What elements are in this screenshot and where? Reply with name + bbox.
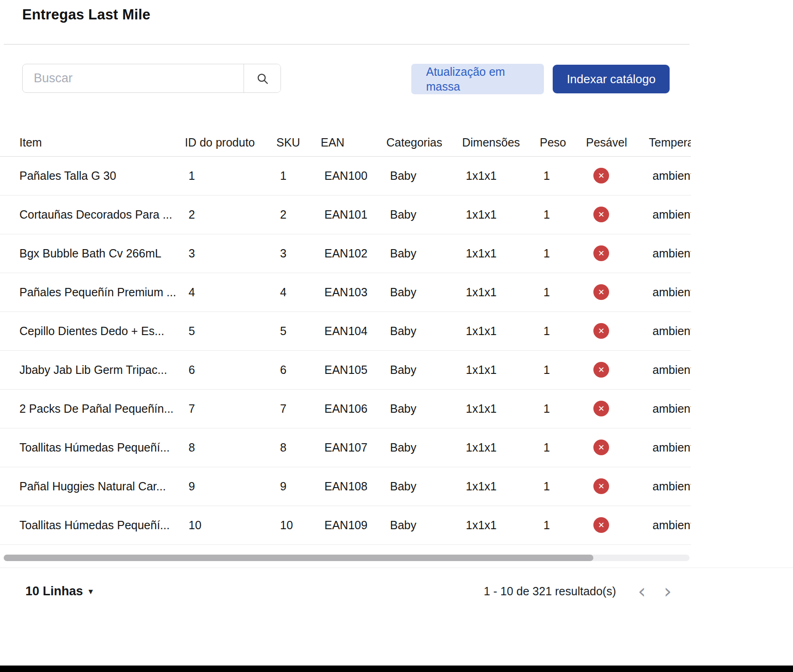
table-row[interactable]: Cepillo Dientes Dedo + Es... 5 5 EAN104 …: [0, 312, 691, 350]
cell-weight: 1: [543, 519, 550, 531]
cell-sku: 10: [280, 519, 293, 531]
column-header: SKU: [276, 129, 321, 156]
horizontal-scrollbar[interactable]: [4, 555, 689, 561]
cell-item: Pañales Pequeñín Premium ...: [19, 286, 176, 299]
previous-page-button[interactable]: ‹: [631, 580, 653, 603]
cell-categories: Baby: [390, 286, 416, 299]
cell-weight: 1: [543, 286, 550, 299]
search-button[interactable]: [244, 64, 281, 92]
not-weighable-icon: ✕: [593, 478, 609, 494]
table-row[interactable]: Toallitas Húmedas Pequeñí... 8 8 EAN107 …: [0, 428, 691, 467]
column-header: Item: [0, 129, 185, 156]
not-weighable-icon: ✕: [593, 440, 609, 455]
cell-sku: 3: [280, 247, 287, 260]
search-group: [22, 64, 281, 93]
cell-item: 2 Packs De Pañal Pequeñín...: [19, 402, 174, 415]
next-page-button[interactable]: ›: [657, 580, 679, 603]
table-row[interactable]: Pañal Huggies Natural Car... 9 9 EAN108 …: [0, 467, 691, 506]
cell-dimensions: 1x1x1: [466, 208, 497, 221]
cell-weight: 1: [543, 441, 550, 454]
cell-weight: 1: [543, 208, 550, 221]
index-catalog-button[interactable]: Indexar catálogo: [553, 65, 670, 93]
not-weighable-icon: ✕: [593, 323, 609, 339]
scrollbar-thumb[interactable]: [4, 555, 593, 561]
cell-temperature: ambiente: [653, 519, 691, 531]
cell-dimensions: 1x1x1: [466, 519, 497, 531]
cell-item: Cepillo Dientes Dedo + Es...: [19, 324, 164, 337]
cell-categories: Baby: [390, 402, 416, 415]
page-title: Entregas Last Mile: [0, 0, 793, 23]
cell-categories: Baby: [390, 519, 416, 531]
cell-categories: Baby: [390, 324, 416, 337]
toolbar-actions: Atualização em massa Indexar catálogo: [411, 64, 670, 94]
table-row[interactable]: Toallitas Húmedas Pequeñí... 10 10 EAN10…: [0, 506, 691, 544]
cell-dimensions: 1x1x1: [466, 247, 497, 260]
not-weighable-icon: ✕: [593, 401, 609, 416]
cell-temperature: ambiente: [653, 247, 691, 260]
table-row[interactable]: Jbaby Jab Lib Germ Tripac... 6 6 EAN105 …: [0, 350, 691, 389]
cell-product-id: 10: [189, 519, 201, 531]
cell-ean: EAN100: [324, 169, 367, 182]
cell-temperature: ambiente: [653, 402, 691, 415]
cell-sku: 6: [280, 363, 287, 376]
rows-per-page-select[interactable]: 10 Linhas ▾: [25, 584, 93, 599]
cell-ean: EAN101: [324, 208, 367, 221]
header-divider: [4, 44, 689, 45]
cell-sku: 7: [280, 402, 287, 415]
cell-temperature: ambiente: [653, 208, 691, 221]
cell-temperature: ambiente: [653, 286, 691, 299]
table-viewport[interactable]: ItemID do produtoSKUEANCategoriasDimensõ…: [0, 129, 691, 545]
column-header: ID do produto: [185, 129, 276, 156]
pagination: 1 - 10 de 321 resultado(s) ‹ ›: [484, 580, 679, 603]
cell-temperature: ambiente: [653, 441, 691, 454]
cell-product-id: 8: [189, 441, 195, 454]
cell-temperature: ambiente: [653, 324, 691, 337]
cell-item: Toallitas Húmedas Pequeñí...: [19, 519, 170, 531]
cell-ean: EAN106: [324, 402, 367, 415]
cell-dimensions: 1x1x1: [466, 324, 497, 337]
table-row[interactable]: Bgx Bubble Bath Cv 266mL 3 3 EAN102 Baby…: [0, 234, 691, 273]
cell-sku: 2: [280, 208, 287, 221]
toolbar: Atualização em massa Indexar catálogo: [0, 64, 691, 94]
search-input[interactable]: [23, 64, 244, 92]
cell-product-id: 9: [189, 480, 195, 493]
not-weighable-icon: ✕: [593, 168, 609, 183]
cell-dimensions: 1x1x1: [466, 169, 497, 182]
cell-item: Bgx Bubble Bath Cv 266mL: [19, 247, 161, 260]
column-header: Pesável: [586, 129, 649, 156]
cell-dimensions: 1x1x1: [466, 480, 497, 493]
bulk-update-button[interactable]: Atualização em massa: [411, 64, 544, 94]
cell-weight: 1: [543, 324, 550, 337]
cell-dimensions: 1x1x1: [466, 363, 497, 376]
cell-ean: EAN103: [324, 286, 367, 299]
rows-per-page-label: 10 Linhas: [25, 584, 83, 599]
cell-sku: 9: [280, 480, 287, 493]
column-header: Peso: [540, 129, 586, 156]
not-weighable-icon: ✕: [593, 517, 609, 533]
cell-weight: 1: [543, 169, 550, 182]
not-weighable-icon: ✕: [593, 362, 609, 378]
table-row[interactable]: Cortauñas Decorados Para ... 2 2 EAN101 …: [0, 195, 691, 234]
cell-ean: EAN105: [324, 363, 367, 376]
search-icon: [256, 72, 269, 85]
cell-weight: 1: [543, 402, 550, 415]
table-row[interactable]: 2 Packs De Pañal Pequeñín... 7 7 EAN106 …: [0, 389, 691, 428]
cell-dimensions: 1x1x1: [466, 286, 497, 299]
cell-item: Jbaby Jab Lib Germ Tripac...: [19, 363, 167, 376]
cell-product-id: 2: [189, 208, 195, 221]
cell-temperature: ambiente: [653, 363, 691, 376]
cell-categories: Baby: [390, 441, 416, 454]
cell-weight: 1: [543, 480, 550, 493]
cell-sku: 4: [280, 286, 287, 299]
table-header-row: ItemID do produtoSKUEANCategoriasDimensõ…: [0, 129, 691, 156]
table-row[interactable]: Pañales Talla G 30 1 1 EAN100 Baby 1x1x1…: [0, 156, 691, 195]
cell-temperature: ambiente: [653, 169, 691, 182]
cell-item: Pañal Huggies Natural Car...: [19, 480, 166, 493]
not-weighable-icon: ✕: [593, 284, 609, 300]
not-weighable-icon: ✕: [593, 245, 609, 261]
cell-product-id: 7: [189, 402, 195, 415]
results-summary: 1 - 10 de 321 resultado(s): [484, 585, 616, 598]
catalog-table: ItemID do produtoSKUEANCategoriasDimensõ…: [0, 129, 691, 545]
table-row[interactable]: Pañales Pequeñín Premium ... 4 4 EAN103 …: [0, 273, 691, 312]
cell-categories: Baby: [390, 247, 416, 260]
